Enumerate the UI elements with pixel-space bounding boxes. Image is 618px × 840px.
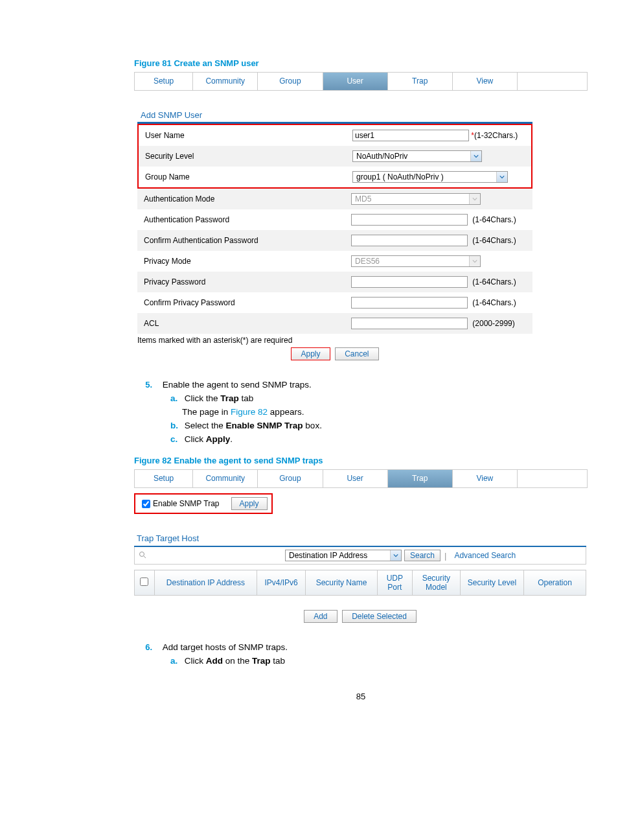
- search-icon: [135, 551, 149, 561]
- privacy-password-hint: (1-64Chars.): [470, 277, 516, 286]
- auth-password-label: Authentication Password: [137, 209, 345, 230]
- tab-blank: [518, 470, 587, 487]
- user-name-hint: (1-32Chars.): [474, 131, 518, 140]
- step5b-text: Select the Enable SNMP Trap box.: [185, 421, 322, 430]
- tab-trap[interactable]: Trap: [388, 73, 453, 90]
- figure82-caption: Figure 82 Enable the agent to send SNMP …: [134, 456, 588, 465]
- svg-line-1: [144, 556, 146, 558]
- page-number: 85: [134, 692, 588, 701]
- auth-mode-select: MD5: [351, 193, 481, 205]
- enable-snmp-trap-label: Enable SNMP Trap: [153, 499, 220, 508]
- search-button[interactable]: Search: [404, 550, 441, 561]
- confirm-auth-password-hint: (1-64Chars.): [470, 236, 516, 245]
- enable-snmp-trap-box: Enable SNMP Trap Apply: [134, 493, 273, 514]
- required-note: Items marked with an asterisk(*) are req…: [137, 336, 588, 345]
- user-name-input[interactable]: [352, 130, 469, 141]
- group-name-label: Group Name: [139, 167, 346, 187]
- chevron-down-icon: [469, 194, 480, 204]
- step6-text: Add target hosts of SNMP traps.: [163, 642, 288, 652]
- tab-group[interactable]: Group: [258, 73, 323, 90]
- privacy-password-input[interactable]: [351, 276, 468, 288]
- snmp-tabs-1: SetupCommunityGroupUserTrapView: [134, 72, 588, 91]
- auth-password-hint: (1-64Chars.): [470, 215, 516, 224]
- tab-community[interactable]: Community: [193, 470, 258, 487]
- figure81-caption: Figure 81 Create an SNMP user: [134, 58, 588, 68]
- auth-password-input[interactable]: [351, 214, 468, 226]
- chevron-down-icon: [469, 256, 480, 266]
- search-field-select[interactable]: Destination IP Address: [285, 550, 402, 561]
- tab-view[interactable]: View: [453, 470, 518, 487]
- step6a-letter: a.: [170, 656, 182, 666]
- trap-target-host-title: Trap Target Host: [137, 533, 588, 543]
- confirm-privacy-password-input[interactable]: [351, 297, 468, 309]
- add-button[interactable]: Add: [304, 610, 337, 623]
- tab-group[interactable]: Group: [258, 470, 323, 487]
- search-row: Destination IP Address Search | Advanced…: [134, 547, 586, 565]
- delete-selected-button[interactable]: Delete Selected: [342, 610, 417, 623]
- step5a-line2: The page in Figure 82 appears.: [182, 407, 304, 417]
- svg-point-0: [140, 552, 144, 556]
- tab-trap[interactable]: Trap: [388, 470, 453, 487]
- apply-button[interactable]: Apply: [291, 347, 330, 360]
- snmp-tabs-2: SetupCommunityGroupUserTrapView: [134, 469, 588, 488]
- user-name-label: User Name: [139, 125, 346, 146]
- security-level-label: Security Level: [139, 146, 346, 167]
- col-udp-port: UDP Port: [377, 570, 412, 596]
- acl-input[interactable]: [351, 318, 468, 329]
- step5c-letter: c.: [170, 434, 182, 444]
- col-operation: Operation: [524, 570, 586, 596]
- security-level-select[interactable]: NoAuth/NoPriv: [352, 150, 482, 162]
- step5-text: Enable the agent to send SNMP traps.: [163, 380, 312, 390]
- tab-user[interactable]: User: [323, 470, 388, 487]
- col-security-level: Security Level: [460, 570, 523, 596]
- enable-snmp-trap-checkbox[interactable]: [142, 500, 150, 508]
- tab-setup[interactable]: Setup: [135, 73, 193, 90]
- trap-target-table: Destination IP AddressIPv4/IPv6Security …: [134, 570, 586, 596]
- apply-trap-button[interactable]: Apply: [231, 497, 268, 510]
- confirm-privacy-password-hint: (1-64Chars.): [470, 298, 516, 307]
- privacy-password-label: Privacy Password: [137, 272, 345, 292]
- tab-view[interactable]: View: [453, 73, 518, 90]
- chevron-down-icon: [390, 550, 401, 561]
- select-all-checkbox[interactable]: [140, 578, 148, 586]
- step5b-letter: b.: [170, 421, 182, 430]
- chevron-down-icon: [470, 151, 481, 161]
- col-destination-ip-address: Destination IP Address: [154, 570, 257, 596]
- step6-number: 6.: [134, 642, 152, 652]
- tab-community[interactable]: Community: [193, 73, 258, 90]
- privacy-mode-select: DES56: [351, 255, 481, 267]
- col-security-model: Security Model: [412, 570, 460, 596]
- add-snmp-user-title: Add SNMP User: [141, 110, 588, 120]
- acl-label: ACL: [137, 313, 345, 334]
- advanced-search-link[interactable]: Advanced Search: [454, 551, 516, 560]
- tab-blank: [518, 73, 587, 90]
- step5-number: 5.: [134, 380, 152, 390]
- tab-setup[interactable]: Setup: [135, 470, 193, 487]
- step5a-letter: a.: [170, 393, 182, 403]
- step5a-text: Click the Trap tab: [185, 393, 254, 403]
- chevron-down-icon: [496, 172, 507, 182]
- acl-hint: (2000-2999): [470, 319, 514, 328]
- auth-mode-label: Authentication Mode: [137, 189, 345, 209]
- cancel-button[interactable]: Cancel: [335, 347, 378, 360]
- col-security-name: Security Name: [306, 570, 377, 596]
- col-ipv4-ipv6: IPv4/IPv6: [257, 570, 305, 596]
- confirm-auth-password-input[interactable]: [351, 235, 468, 246]
- group-name-select[interactable]: group1 ( NoAuth/NoPriv ): [352, 171, 508, 183]
- step5c-text: Click Apply.: [185, 434, 233, 444]
- step6a-text: Click Add on the Trap tab: [185, 656, 285, 666]
- privacy-mode-label: Privacy Mode: [137, 251, 345, 272]
- confirm-privacy-password-label: Confirm Privacy Password: [137, 292, 345, 313]
- confirm-auth-password-label: Confirm Authentication Password: [137, 230, 345, 251]
- tab-user[interactable]: User: [323, 73, 388, 90]
- select-all-header[interactable]: [135, 570, 155, 596]
